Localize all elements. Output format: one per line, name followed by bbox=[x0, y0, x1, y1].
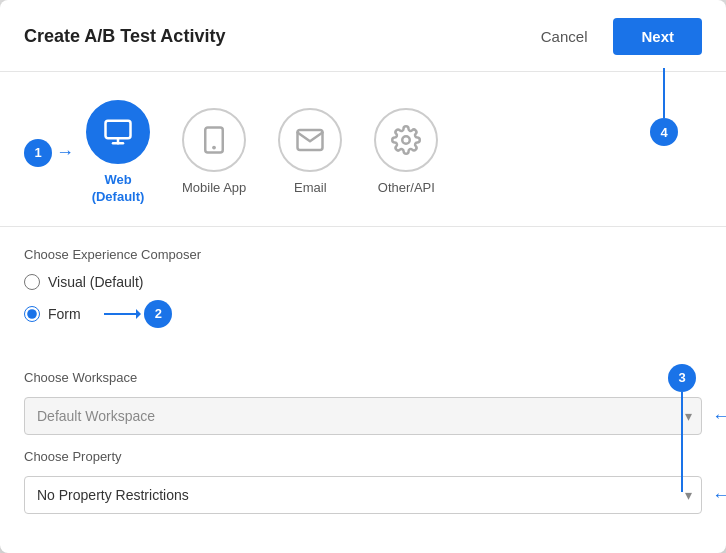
workspace-arrow-icon: ← bbox=[712, 405, 726, 426]
channel-row: 1 → Web(Default) bbox=[24, 100, 702, 206]
form-radio-label[interactable]: Form bbox=[48, 306, 81, 322]
composer-label: Choose Experience Composer bbox=[24, 247, 702, 262]
workspace-section: Choose Workspace Default Workspace ▾ ← bbox=[0, 354, 726, 435]
channel-mobile[interactable]: Mobile App bbox=[182, 108, 246, 197]
step-2-circle: 2 bbox=[144, 300, 172, 328]
step-1-circle: 1 bbox=[24, 139, 52, 167]
step-4-line-up bbox=[663, 68, 665, 118]
modal-header: Create A/B Test Activity Cancel Next bbox=[0, 0, 726, 72]
next-button[interactable]: Next bbox=[613, 18, 702, 55]
channel-web[interactable]: Web(Default) bbox=[86, 100, 150, 206]
visual-radio-label[interactable]: Visual (Default) bbox=[48, 274, 143, 290]
step-3-circle: 3 bbox=[668, 364, 696, 392]
channel-options: Web(Default) Mobile App bbox=[86, 100, 702, 206]
workspace-label: Choose Workspace bbox=[24, 370, 702, 385]
create-ab-test-modal: Create A/B Test Activity Cancel Next 1 → bbox=[0, 0, 726, 553]
property-label: Choose Property bbox=[24, 449, 702, 464]
property-select[interactable]: No Property Restrictions bbox=[24, 476, 702, 514]
svg-point-5 bbox=[403, 137, 411, 145]
composer-section: Choose Experience Composer Visual (Defau… bbox=[0, 227, 726, 354]
header-actions: Cancel Next bbox=[531, 18, 702, 55]
form-radio[interactable] bbox=[24, 306, 40, 322]
email-icon bbox=[295, 125, 325, 155]
channel-other[interactable]: Other/API bbox=[374, 108, 438, 197]
web-label: Web(Default) bbox=[92, 172, 145, 206]
mobile-label: Mobile App bbox=[182, 180, 246, 197]
workspace-select[interactable]: Default Workspace bbox=[24, 397, 702, 435]
step-arrow: → bbox=[56, 142, 74, 163]
modal-title: Create A/B Test Activity bbox=[24, 26, 225, 47]
cancel-button[interactable]: Cancel bbox=[531, 22, 598, 51]
bottom-sections: 3 Choose Workspace Default Workspace ▾ ←… bbox=[0, 354, 726, 534]
svg-rect-0 bbox=[106, 121, 131, 139]
email-label: Email bbox=[294, 180, 327, 197]
visual-radio-row: Visual (Default) bbox=[24, 274, 702, 290]
property-arrow-icon: ← bbox=[712, 484, 726, 505]
step-1-indicator: 1 → bbox=[24, 139, 78, 167]
step-3-annotation: 3 bbox=[668, 364, 696, 492]
mobile-icon bbox=[199, 125, 229, 155]
web-icon bbox=[103, 117, 133, 147]
step-4-annotation: 4 bbox=[650, 68, 678, 146]
other-label: Other/API bbox=[378, 180, 435, 197]
other-icon bbox=[391, 125, 421, 155]
property-select-wrap: No Property Restrictions ▾ ← bbox=[24, 476, 702, 514]
email-icon-wrap bbox=[278, 108, 342, 172]
channel-section: 1 → Web(Default) bbox=[0, 72, 726, 227]
web-icon-wrap bbox=[86, 100, 150, 164]
step-4-circle: 4 bbox=[650, 118, 678, 146]
step-3-line bbox=[681, 392, 683, 492]
workspace-select-wrap: Default Workspace ▾ ← bbox=[24, 397, 702, 435]
mobile-icon-wrap bbox=[182, 108, 246, 172]
property-section: Choose Property No Property Restrictions… bbox=[0, 435, 726, 534]
channel-email[interactable]: Email bbox=[278, 108, 342, 197]
visual-radio[interactable] bbox=[24, 274, 40, 290]
other-icon-wrap bbox=[374, 108, 438, 172]
form-radio-row: Form 2 bbox=[24, 300, 702, 328]
